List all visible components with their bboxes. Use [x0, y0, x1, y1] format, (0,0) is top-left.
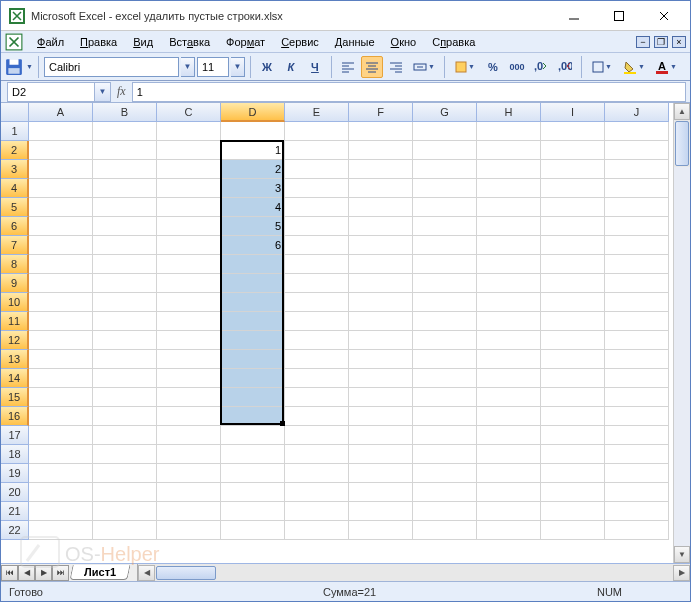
- cell-F13[interactable]: [349, 350, 413, 369]
- row-header-6[interactable]: 6: [1, 217, 29, 236]
- cell-G18[interactable]: [413, 445, 477, 464]
- cell-G6[interactable]: [413, 217, 477, 236]
- scroll-down-button[interactable]: ▼: [674, 546, 690, 563]
- cell-H12[interactable]: [477, 331, 541, 350]
- cell-A20[interactable]: [29, 483, 93, 502]
- cell-J22[interactable]: [605, 521, 669, 540]
- column-header-C[interactable]: C: [157, 103, 221, 122]
- cell-B20[interactable]: [93, 483, 157, 502]
- cell-F11[interactable]: [349, 312, 413, 331]
- cell-E19[interactable]: [285, 464, 349, 483]
- menu-вид[interactable]: Вид: [125, 34, 161, 50]
- cell-D19[interactable]: [221, 464, 285, 483]
- cell-I20[interactable]: [541, 483, 605, 502]
- cell-F17[interactable]: [349, 426, 413, 445]
- close-button[interactable]: [641, 2, 686, 30]
- cell-J1[interactable]: [605, 122, 669, 141]
- cell-C22[interactable]: [157, 521, 221, 540]
- cell-J2[interactable]: [605, 141, 669, 160]
- cell-G9[interactable]: [413, 274, 477, 293]
- name-box[interactable]: D2: [7, 82, 95, 102]
- cell-D8[interactable]: [221, 255, 285, 274]
- cell-I10[interactable]: [541, 293, 605, 312]
- cell-C10[interactable]: [157, 293, 221, 312]
- align-right-button[interactable]: [385, 56, 407, 78]
- cell-I2[interactable]: [541, 141, 605, 160]
- save-dropdown-icon[interactable]: ▼: [26, 63, 33, 70]
- cell-H14[interactable]: [477, 369, 541, 388]
- cell-J4[interactable]: [605, 179, 669, 198]
- cell-H17[interactable]: [477, 426, 541, 445]
- cell-D12[interactable]: [221, 331, 285, 350]
- menu-формат[interactable]: Формат: [218, 34, 273, 50]
- cell-C16[interactable]: [157, 407, 221, 426]
- cell-I19[interactable]: [541, 464, 605, 483]
- cell-A8[interactable]: [29, 255, 93, 274]
- cell-B19[interactable]: [93, 464, 157, 483]
- cell-F14[interactable]: [349, 369, 413, 388]
- cell-F15[interactable]: [349, 388, 413, 407]
- cell-H22[interactable]: [477, 521, 541, 540]
- maximize-button[interactable]: [596, 2, 641, 30]
- cell-I1[interactable]: [541, 122, 605, 141]
- cell-C18[interactable]: [157, 445, 221, 464]
- cell-I5[interactable]: [541, 198, 605, 217]
- cell-E7[interactable]: [285, 236, 349, 255]
- cell-E13[interactable]: [285, 350, 349, 369]
- cell-A12[interactable]: [29, 331, 93, 350]
- row-header-4[interactable]: 4: [1, 179, 29, 198]
- cell-C7[interactable]: [157, 236, 221, 255]
- chevron-down-icon[interactable]: ▼: [95, 82, 111, 102]
- cell-C9[interactable]: [157, 274, 221, 293]
- chevron-down-icon[interactable]: ▼: [231, 57, 245, 77]
- cell-B3[interactable]: [93, 160, 157, 179]
- cell-F16[interactable]: [349, 407, 413, 426]
- cell-E18[interactable]: [285, 445, 349, 464]
- cell-C5[interactable]: [157, 198, 221, 217]
- row-header-16[interactable]: 16: [1, 407, 29, 426]
- cell-E1[interactable]: [285, 122, 349, 141]
- cell-J17[interactable]: [605, 426, 669, 445]
- row-header-7[interactable]: 7: [1, 236, 29, 255]
- menu-вставка[interactable]: Вставка: [161, 34, 218, 50]
- tab-nav-prev-button[interactable]: ◀: [18, 565, 35, 581]
- cell-A17[interactable]: [29, 426, 93, 445]
- cell-B13[interactable]: [93, 350, 157, 369]
- cell-A18[interactable]: [29, 445, 93, 464]
- cell-B15[interactable]: [93, 388, 157, 407]
- column-header-E[interactable]: E: [285, 103, 349, 122]
- cell-D4[interactable]: 3: [221, 179, 285, 198]
- row-header-10[interactable]: 10: [1, 293, 29, 312]
- cell-H16[interactable]: [477, 407, 541, 426]
- column-header-J[interactable]: J: [605, 103, 669, 122]
- cell-E6[interactable]: [285, 217, 349, 236]
- cell-I14[interactable]: [541, 369, 605, 388]
- menu-справка[interactable]: Справка: [424, 34, 483, 50]
- cell-I7[interactable]: [541, 236, 605, 255]
- row-header-15[interactable]: 15: [1, 388, 29, 407]
- cell-C17[interactable]: [157, 426, 221, 445]
- cell-A15[interactable]: [29, 388, 93, 407]
- cell-F2[interactable]: [349, 141, 413, 160]
- cell-H9[interactable]: [477, 274, 541, 293]
- cell-A10[interactable]: [29, 293, 93, 312]
- cell-F7[interactable]: [349, 236, 413, 255]
- cell-G19[interactable]: [413, 464, 477, 483]
- cell-I18[interactable]: [541, 445, 605, 464]
- cell-J7[interactable]: [605, 236, 669, 255]
- cell-D5[interactable]: 4: [221, 198, 285, 217]
- cell-B10[interactable]: [93, 293, 157, 312]
- cell-J10[interactable]: [605, 293, 669, 312]
- column-header-G[interactable]: G: [413, 103, 477, 122]
- cell-J20[interactable]: [605, 483, 669, 502]
- scroll-thumb[interactable]: [675, 121, 689, 166]
- cell-D20[interactable]: [221, 483, 285, 502]
- underline-button[interactable]: Ч: [304, 56, 326, 78]
- cell-A11[interactable]: [29, 312, 93, 331]
- cell-A22[interactable]: [29, 521, 93, 540]
- cell-F20[interactable]: [349, 483, 413, 502]
- cell-E12[interactable]: [285, 331, 349, 350]
- cell-G4[interactable]: [413, 179, 477, 198]
- cell-F12[interactable]: [349, 331, 413, 350]
- cell-G15[interactable]: [413, 388, 477, 407]
